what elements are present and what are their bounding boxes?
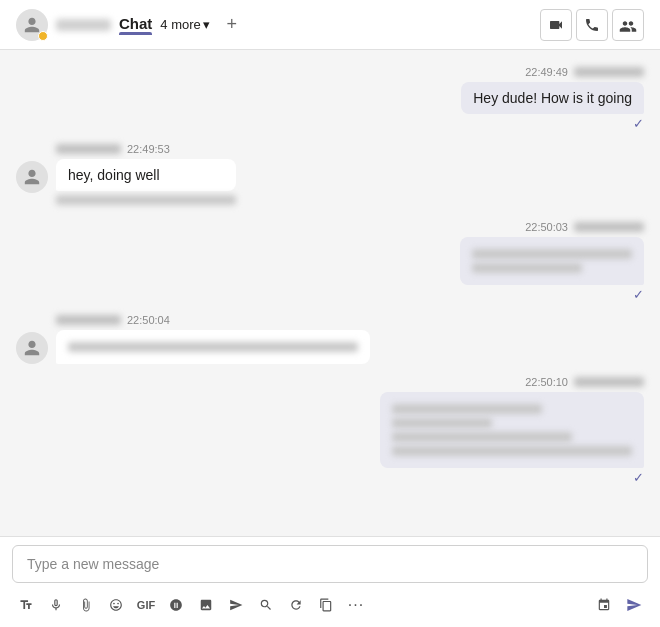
- copy-icon[interactable]: [312, 591, 340, 619]
- message-group-4: 22:50:04: [16, 314, 644, 364]
- sender-name-3: [574, 222, 644, 232]
- message-bubble-1: Hey dude! How is it going: [461, 82, 644, 114]
- add-tab-button[interactable]: +: [218, 11, 246, 39]
- reaction-icon[interactable]: [282, 591, 310, 619]
- sender-name-2: [56, 144, 121, 154]
- message-meta-3: 22:50:03: [525, 221, 644, 233]
- message-group-2: 22:49:53 hey, doing well: [16, 143, 644, 209]
- sender-avatar-4: [16, 332, 48, 364]
- image-icon[interactable]: [192, 591, 220, 619]
- message-group-1: 22:49:49 Hey dude! How is it going ✓: [16, 66, 644, 131]
- contact-name: [56, 19, 111, 31]
- more-options-icon[interactable]: ···: [342, 591, 370, 619]
- send-button[interactable]: [620, 591, 648, 619]
- loop-icon[interactable]: [252, 591, 280, 619]
- bubble-line-3a: [472, 249, 632, 259]
- presence-badge: [38, 31, 48, 41]
- message-time-5: 22:50:10: [525, 376, 568, 388]
- toolbar-row: GIF ···: [0, 587, 660, 627]
- read-receipt-5: ✓: [633, 470, 644, 485]
- header-actions: [540, 9, 644, 41]
- message-bubble-4: [56, 330, 370, 364]
- chevron-down-icon: ▾: [203, 17, 210, 32]
- attach-icon[interactable]: [72, 591, 100, 619]
- message-input-placeholder[interactable]: Type a new message: [12, 545, 648, 583]
- chat-label: Chat: [119, 15, 152, 32]
- bubble-line-4a: [68, 342, 358, 352]
- message-group-5: 22:50:10 ✓: [16, 376, 644, 485]
- message-meta-1: 22:49:49: [525, 66, 644, 78]
- sender-name-4: [56, 315, 121, 325]
- message-bubble-3: [460, 237, 644, 285]
- schedule-icon[interactable]: [590, 591, 618, 619]
- bubble-line-5d: [392, 446, 632, 456]
- more-label: 4 more: [160, 17, 200, 32]
- sender-avatar-2: [16, 161, 48, 193]
- read-receipt-3: ✓: [633, 287, 644, 302]
- active-tab-indicator: [119, 32, 152, 35]
- message-group-3: 22:50:03 ✓: [16, 221, 644, 302]
- message-time-2: 22:49:53: [127, 143, 170, 155]
- message-content-2: 22:49:53 hey, doing well: [56, 143, 236, 209]
- sender-name-5: [574, 377, 644, 387]
- header: Chat 4 more ▾ +: [0, 0, 660, 50]
- mic-icon[interactable]: [42, 591, 70, 619]
- more-tabs-button[interactable]: 4 more ▾: [160, 17, 209, 32]
- message-meta-2: 22:49:53: [56, 143, 236, 155]
- bubble-line-5a: [392, 404, 542, 414]
- chat-tab[interactable]: Chat: [119, 15, 152, 35]
- message-bubble-5: [380, 392, 644, 468]
- message-time-4: 22:50:04: [127, 314, 170, 326]
- message-time-1: 22:49:49: [525, 66, 568, 78]
- audio-call-button[interactable]: [576, 9, 608, 41]
- header-left: Chat 4 more ▾ +: [16, 9, 540, 41]
- bubble-line-5c: [392, 432, 572, 442]
- participants-button[interactable]: [612, 9, 644, 41]
- gif-icon[interactable]: GIF: [132, 591, 160, 619]
- sender-name-1: [574, 67, 644, 77]
- bubble-line-5b: [392, 418, 492, 428]
- send-to-icon[interactable]: [222, 591, 250, 619]
- emoji-icon[interactable]: [102, 591, 130, 619]
- message-time-3: 22:50:03: [525, 221, 568, 233]
- read-receipt-1: ✓: [633, 116, 644, 131]
- bubble-line-3b: [472, 263, 582, 273]
- sticker-icon[interactable]: [162, 591, 190, 619]
- contact-avatar: [16, 9, 48, 41]
- video-call-button[interactable]: [540, 9, 572, 41]
- message-bubble-2: hey, doing well: [56, 159, 236, 191]
- format-icon[interactable]: [12, 591, 40, 619]
- message-meta-5: 22:50:10: [525, 376, 644, 388]
- messages-area: 22:49:49 Hey dude! How is it going ✓ 22:…: [0, 50, 660, 536]
- input-area: Type a new message GIF: [0, 536, 660, 627]
- message-content-4: 22:50:04: [56, 314, 370, 364]
- message-meta-4: 22:50:04: [56, 314, 370, 326]
- message-subline-2: [56, 195, 236, 205]
